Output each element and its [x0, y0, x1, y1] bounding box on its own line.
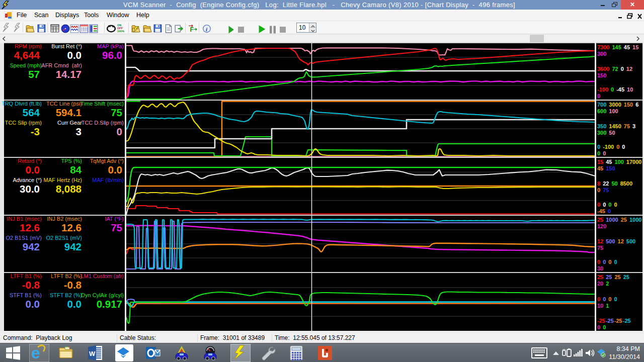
svg-text:W: W	[89, 350, 96, 357]
svg-text:100%: 100%	[117, 30, 124, 33]
